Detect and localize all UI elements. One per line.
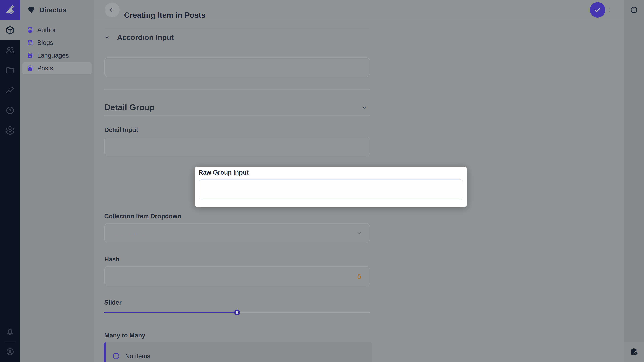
group-divider: [104, 115, 370, 116]
revisions-button[interactable]: [624, 342, 644, 362]
project-chooser[interactable]: Directus: [20, 0, 94, 20]
module-users[interactable]: [0, 40, 20, 60]
project-name: Directus: [40, 6, 66, 14]
module-content[interactable]: [0, 20, 20, 40]
check-icon: [594, 6, 602, 14]
chevron-down-icon: [356, 230, 362, 236]
directus-app: ?: [0, 0, 644, 362]
module-bar: ?: [0, 0, 20, 362]
many-to-many-label: Many to Many: [104, 332, 146, 339]
database-icon: [26, 26, 34, 33]
chevron-down-icon: [361, 104, 368, 111]
collections-sidebar: Directus Author Blogs Langua: [20, 0, 94, 362]
people-icon: [5, 45, 15, 55]
database-icon: [26, 65, 34, 72]
folder-icon: [5, 65, 15, 75]
module-files[interactable]: [0, 60, 20, 80]
nav-item-blogs[interactable]: Blogs: [22, 37, 92, 49]
right-sidebar: [624, 0, 644, 362]
accordion-section-toggle[interactable]: Accordion Input: [104, 33, 174, 41]
detail-input[interactable]: [104, 137, 370, 156]
collection-item-dropdown[interactable]: Select an item...: [104, 223, 370, 243]
database-icon: [26, 52, 34, 59]
hash-input[interactable]: [104, 266, 370, 286]
detail-input-label: Detail Input: [104, 126, 138, 134]
box-icon: [5, 25, 15, 35]
slider-input[interactable]: [104, 310, 370, 315]
account-button[interactable]: [0, 342, 20, 362]
more-options-button[interactable]: [606, 3, 614, 16]
diamond-icon: [27, 5, 36, 14]
hash-label: Hash: [104, 256, 120, 263]
rabbit-icon: [4, 4, 16, 16]
gear-icon: [5, 126, 15, 135]
raw-group-input[interactable]: [198, 179, 463, 199]
spotlight-card: Raw Group Input: [194, 167, 467, 207]
nav-item-label: Author: [37, 26, 56, 34]
notifications-button[interactable]: [0, 322, 20, 342]
info-icon: [630, 6, 638, 14]
info-icon: [112, 352, 120, 360]
help-icon: ?: [5, 106, 15, 115]
clipboard-clock-icon: [630, 348, 638, 357]
nav-item-label: Languages: [37, 52, 69, 59]
lock-open-icon: [355, 273, 363, 280]
nav-item-label: Posts: [37, 65, 53, 72]
header: Creating Item in Posts: [94, 0, 624, 20]
svg-text:?: ?: [9, 108, 12, 113]
detail-group-toggle[interactable]: Detail Group: [104, 103, 370, 112]
avatar-icon: [6, 347, 14, 356]
bell-icon: [6, 327, 14, 336]
slider-handle[interactable]: [234, 310, 240, 315]
back-button[interactable]: [105, 2, 120, 17]
slider-label: Slider: [104, 299, 122, 306]
many-to-many-empty-notice: No items: [104, 342, 372, 362]
module-settings[interactable]: [0, 120, 20, 141]
nav-item-label: Blogs: [37, 39, 53, 46]
chevron-down-icon: [104, 34, 110, 40]
form-content: Accordion Input Detail Group Detail Inpu…: [94, 20, 624, 362]
module-insights[interactable]: [0, 80, 20, 100]
accordion-input[interactable]: [104, 57, 370, 77]
accordion-section-title: Accordion Input: [117, 33, 174, 41]
section-divider: [104, 29, 370, 29]
info-sidebar-button[interactable]: [624, 0, 644, 20]
section-divider: [104, 89, 370, 90]
arrow-left-icon: [108, 6, 116, 13]
detail-group-title: Detail Group: [104, 103, 155, 112]
nav-item-languages[interactable]: Languages: [22, 49, 92, 61]
slider-fill: [104, 312, 237, 313]
module-help[interactable]: ?: [0, 100, 20, 120]
nav-item-author[interactable]: Author: [22, 24, 92, 36]
empty-notice-text: No items: [125, 353, 150, 360]
save-button[interactable]: [590, 2, 605, 17]
raw-group-input-label: Raw Group Input: [198, 169, 248, 176]
directus-rabbit-logo[interactable]: [0, 0, 20, 20]
dots-vertical-icon: [606, 4, 613, 15]
insights-icon: [5, 85, 15, 95]
collection-item-dropdown-label: Collection Item Dropdown: [104, 213, 181, 220]
nav-item-posts[interactable]: Posts: [22, 62, 92, 74]
dropdown-placeholder: Select an item...: [111, 224, 156, 243]
database-icon: [26, 39, 34, 46]
